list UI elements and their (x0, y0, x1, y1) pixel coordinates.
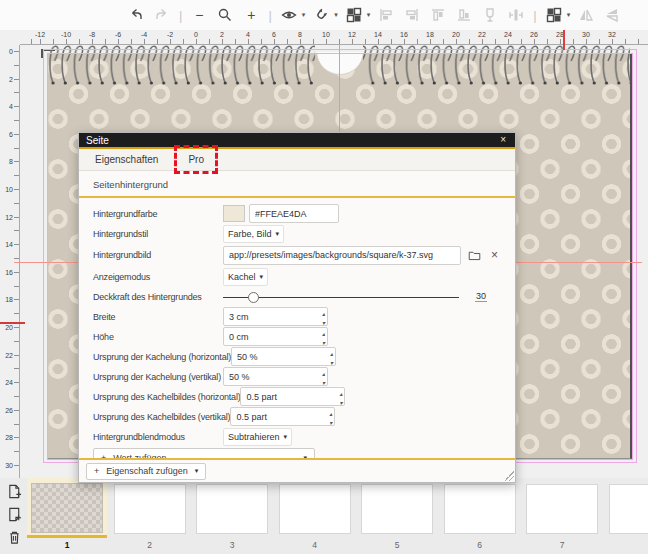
chevron-down-icon[interactable]: ▾ (302, 11, 306, 19)
background-color-input[interactable] (249, 204, 339, 223)
spinner-input[interactable]: 0 cm (223, 327, 328, 346)
pin-button[interactable] (478, 3, 502, 27)
align-bottom-button[interactable] (452, 3, 476, 27)
toolbar-separator: | (179, 8, 182, 23)
add-property-button[interactable]: + Eigenschaft zufügen (86, 463, 206, 480)
page-thumbnail[interactable] (444, 484, 516, 534)
zoom-button[interactable] (213, 3, 237, 27)
chevron-down-icon[interactable]: ▾ (367, 11, 371, 19)
thumbnail-cell[interactable]: 3 (192, 478, 272, 554)
page-thumbnail[interactable] (361, 484, 433, 534)
zoom-out-button[interactable]: − (187, 3, 211, 27)
chevron-down-icon[interactable]: ▾ (334, 11, 338, 19)
step-down-icon (322, 377, 325, 386)
flip-vertical-button[interactable] (600, 3, 624, 27)
undo-button[interactable] (124, 3, 148, 27)
color-swatch[interactable] (223, 205, 245, 222)
opacity-value[interactable]: 30 (475, 291, 487, 302)
browse-file-button[interactable] (465, 249, 484, 262)
page-thumbnail[interactable] (31, 483, 103, 533)
duplicate-page-button[interactable] (6, 507, 22, 523)
page-thumbnail[interactable] (526, 484, 598, 534)
folder-icon (468, 249, 481, 262)
flip-horizontal-button[interactable] (574, 3, 598, 27)
thumbnail-cell[interactable]: 2 (110, 478, 190, 554)
toolbar-separator: | (533, 8, 536, 23)
ruler-label: -10 (61, 31, 71, 38)
page-thumbnail[interactable] (279, 484, 351, 534)
background-image-input[interactable] (223, 246, 461, 265)
ruler-label: 10 (322, 31, 330, 38)
field-blend-mode: Hintergrundblendmodus Subtrahieren (93, 427, 501, 446)
align-top-icon (430, 7, 446, 23)
spinner-rows: Breite 3 cm Höhe 0 cm Ursprung der Kache… (93, 307, 501, 426)
align-left-icon (378, 7, 394, 23)
section-divider (79, 196, 515, 198)
align-left-button[interactable] (374, 3, 398, 27)
ruler-label: 8 (9, 158, 13, 165)
ruler-label: 16 (5, 268, 13, 275)
magnifier-icon (217, 7, 233, 23)
spinner-input[interactable]: 50 % (231, 347, 336, 366)
zoom-in-button[interactable]: + (239, 3, 263, 27)
page-thumbnail[interactable] (114, 484, 186, 534)
ruler-label: 0 (9, 48, 13, 55)
step-up-icon (339, 388, 342, 397)
resize-grip[interactable] (504, 471, 514, 481)
stepper-buttons[interactable] (322, 328, 325, 346)
blend-mode-dropdown[interactable]: Subtrahieren (223, 428, 292, 446)
chevron-down-icon[interactable]: ▾ (567, 11, 571, 19)
add-page-icon (7, 484, 22, 499)
page-thumbnail[interactable] (609, 484, 648, 534)
spinner-input[interactable]: 3 cm (223, 307, 328, 326)
pages-grid-button[interactable] (342, 3, 366, 27)
ruler-label: 18 (5, 296, 13, 303)
visibility-button[interactable] (277, 3, 301, 27)
ruler-label: 18 (426, 31, 434, 38)
ruler-label: 20 (452, 31, 460, 38)
ruler-label: 32 (608, 31, 616, 38)
stepper-buttons[interactable] (330, 348, 333, 366)
spinner-input[interactable]: 0.5 part (240, 387, 345, 406)
distribute-button[interactable] (504, 3, 528, 27)
thumbnail-cell[interactable]: 5 (357, 478, 437, 554)
thumbnail-cell[interactable]: 4 (275, 478, 355, 554)
snap-button[interactable] (309, 3, 333, 27)
step-up-icon (322, 328, 325, 337)
stepper-buttons[interactable] (339, 388, 342, 406)
close-button[interactable]: × (498, 135, 508, 145)
redo-button[interactable] (150, 3, 174, 27)
dialog-titlebar[interactable]: Seite × (79, 133, 515, 149)
display-mode-dropdown[interactable]: Kachel (223, 268, 268, 286)
tab-eigenschaften[interactable]: Eigenschaften (93, 152, 160, 167)
stepper-buttons[interactable] (322, 368, 325, 386)
thumbnail-cell[interactable]: 1 (27, 478, 107, 554)
stepper-buttons[interactable] (322, 308, 325, 326)
thumbnail-cell[interactable] (605, 478, 648, 554)
align-right-button[interactable] (400, 3, 424, 27)
ruler-label: 26 (5, 406, 13, 413)
opacity-slider[interactable] (223, 291, 459, 303)
ruler-label: 6 (272, 31, 276, 38)
page-thumbnail[interactable] (196, 484, 268, 534)
slider-handle[interactable] (248, 292, 259, 303)
thumbnail-cell[interactable]: 6 (440, 478, 520, 554)
page-properties-dialog: Seite × Eigenschaften Pro Seitenhintergr… (78, 132, 516, 483)
grid-view-button[interactable] (542, 3, 566, 27)
trash-icon (7, 530, 22, 545)
tab-pro[interactable]: Pro (186, 152, 206, 167)
duplicate-page-icon (7, 507, 22, 522)
thumbnail-cell[interactable]: 7 (522, 478, 602, 554)
add-page-button[interactable] (6, 484, 22, 500)
stepper-buttons[interactable] (329, 408, 332, 426)
ruler-corner (0, 30, 20, 45)
spinner-input[interactable]: 50 % (223, 367, 328, 386)
clear-image-button[interactable]: × (488, 248, 501, 262)
ruler-label: 24 (5, 379, 13, 386)
field-spinner: Ursprung des Kachelbildes (vertikal) 0.5… (93, 407, 501, 426)
ruler-label: 16 (400, 31, 408, 38)
delete-page-button[interactable] (6, 530, 22, 546)
align-top-button[interactable] (426, 3, 450, 27)
spinner-input[interactable]: 0.5 part (230, 407, 335, 426)
background-style-dropdown[interactable]: Farbe, Bild (223, 225, 284, 243)
